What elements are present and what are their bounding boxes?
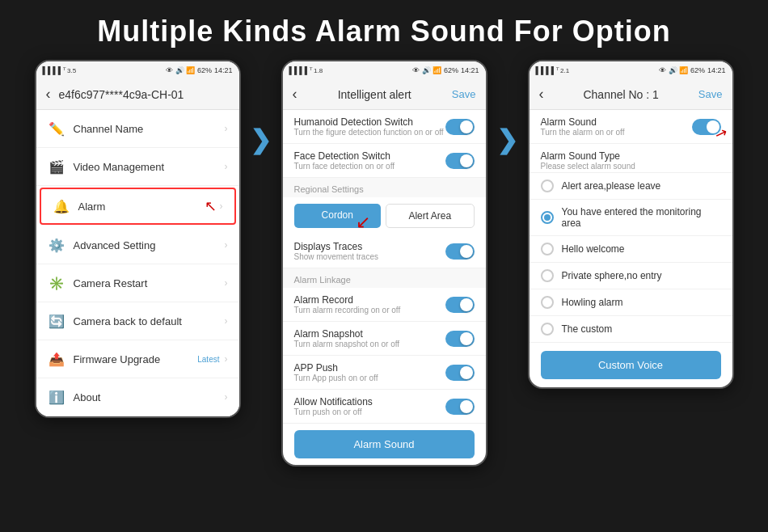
custom-voice-btn[interactable]: Custom Voice: [541, 351, 721, 379]
about-chevron: ›: [225, 391, 228, 403]
phone1-time: 14:21: [214, 66, 233, 74]
menu-item-alarm[interactable]: 🔔 Alarm ↖ ›: [40, 188, 236, 225]
arrow2: ❯: [487, 125, 528, 155]
phone3-content: Alarm Sound Turn the alarm on or off ↗ A…: [530, 110, 732, 387]
camera-restart-icon: ✳️: [48, 274, 65, 292]
menu-item-about[interactable]: ℹ️ About ›: [36, 378, 239, 416]
phone2-signal: ▌▌▌▌ᵀ: [289, 66, 313, 74]
radio-label-4: Howling alarm: [562, 297, 623, 308]
phone1-icons: 👁 🔊 📶 62%: [166, 66, 212, 74]
alarm-sound-type-main: Alarm Sound Type: [541, 150, 721, 162]
face-detection-text: Face Detection Switch Turn face detectio…: [294, 150, 445, 171]
phone2-status-left: ▌▌▌▌ᵀ 1.8: [289, 66, 323, 74]
phone3-back-btn[interactable]: ‹: [539, 86, 544, 103]
radio-label-3: Private sphere,no entry: [562, 270, 662, 281]
displays-traces-main: Displays Traces: [294, 241, 445, 252]
advanced-setting-chevron: ›: [225, 239, 228, 251]
alarm-snapshot-item: Alarm Snapshot Turn alarm snapshot on or…: [283, 322, 486, 356]
displays-traces-text: Displays Traces Show movement traces: [294, 241, 445, 261]
page-title: Multiple Kinds Alarm Sound For Option: [0, 0, 768, 60]
humanoid-detection-toggle[interactable]: [445, 119, 475, 135]
phone2-network: 1.8: [314, 67, 323, 74]
arrow2-icon: ❯: [496, 125, 518, 155]
channel-name-icon: ✏️: [48, 120, 65, 137]
radio-circle-2: [541, 243, 554, 255]
phone1-header: ‹ e4f6c977****4c9a-CH-01: [36, 79, 239, 110]
phone3-status-bar: ▌▌▌▌ᵀ 2.1 👁 🔊 📶 62% 14:21: [530, 61, 732, 79]
radio-circle-4: [541, 296, 554, 309]
alert-area-btn[interactable]: Alert Area: [386, 204, 475, 228]
radio-option-2[interactable]: Hello welcome: [530, 236, 732, 263]
phone2: ▌▌▌▌ᵀ 1.8 👁 🔊 📶 62% 14:21 ‹ Intelligent …: [281, 60, 487, 467]
about-icon: ℹ️: [48, 388, 65, 406]
allow-notifications-text: Allow Notifications Turn push on or off: [294, 396, 445, 416]
radio-option-0[interactable]: Alert area,please leave: [530, 173, 732, 200]
allow-notifications-main: Allow Notifications: [294, 396, 445, 407]
phone3-status-right: 👁 🔊 📶 62% 14:21: [659, 66, 725, 74]
alarm-snapshot-sub: Turn alarm snapshot on or off: [294, 340, 445, 348]
phone3-save-btn[interactable]: Save: [698, 88, 723, 100]
phone3-title: Channel No : 1: [583, 88, 658, 101]
radio-label-5: The custom: [562, 323, 613, 335]
camera-restart-label: Camera Restart: [74, 277, 225, 289]
displays-traces-toggle[interactable]: [445, 243, 475, 260]
phone1-device-title: e4f6c977****4c9a-CH-01: [59, 88, 184, 101]
menu-item-advanced-setting[interactable]: ⚙️ Advanced Setting ›: [36, 226, 239, 264]
radio-label-2: Hello welcome: [562, 243, 625, 255]
humanoid-detection-text: Humanoid Detection Switch Turn the figur…: [294, 116, 445, 137]
menu-item-camera-restart[interactable]: ✳️ Camera Restart ›: [36, 264, 239, 302]
radio-option-4[interactable]: Howling alarm: [530, 289, 732, 316]
cordon-red-arrow: ↙: [356, 212, 370, 233]
app-push-main: APP Push: [294, 362, 445, 374]
phone1-back-btn[interactable]: ‹: [46, 86, 51, 103]
arrow1-icon: ❯: [250, 125, 272, 155]
phone2-time: 14:21: [461, 66, 479, 74]
camera-default-icon: 🔄: [48, 312, 65, 330]
phone2-icons: 👁 🔊 📶 62%: [412, 66, 458, 74]
menu-item-channel-name[interactable]: ✏️ Channel Name ›: [36, 110, 239, 148]
phone3-header: ‹ Channel No : 1 Save: [530, 79, 732, 110]
advanced-setting-label: Advanced Setting: [74, 239, 225, 251]
phone3-alarm-sound-item: Alarm Sound Turn the alarm on or off ↗: [530, 110, 732, 144]
menu-item-firmware[interactable]: 📤 Firmware Upgrade Latest ›: [36, 340, 239, 378]
face-detection-toggle[interactable]: [445, 153, 475, 169]
alarm-icon: 🔔: [53, 197, 70, 215]
allow-notifications-sub: Turn push on or off: [294, 407, 445, 416]
camera-default-label: Camera back to default: [74, 315, 225, 327]
phone3: ▌▌▌▌ᵀ 2.1 👁 🔊 📶 62% 14:21 ‹ Channel No :…: [528, 60, 734, 389]
alarm-label: Alarm: [78, 201, 205, 213]
alarm-snapshot-toggle[interactable]: [445, 331, 475, 347]
channel-name-label: Channel Name: [74, 123, 225, 135]
radio-option-1[interactable]: You have entered the monitoring area: [530, 200, 732, 236]
phone3-status-left: ▌▌▌▌ᵀ 2.1: [536, 66, 570, 74]
arrow1: ❯: [241, 125, 281, 155]
radio-circle-1: [541, 211, 554, 224]
alarm-snapshot-main: Alarm Snapshot: [294, 328, 445, 340]
radio-circle-3: [541, 269, 554, 282]
phone2-back-btn[interactable]: ‹: [293, 86, 297, 103]
phone2-save-btn[interactable]: Save: [452, 88, 476, 100]
menu-item-video-management[interactable]: 🎬 Video Management ›: [36, 148, 239, 186]
radio-option-3[interactable]: Private sphere,no entry: [530, 263, 732, 289]
alarm-sound-btn[interactable]: Alarm Sound: [294, 430, 475, 458]
video-management-label: Video Management: [74, 161, 225, 173]
menu-item-camera-default[interactable]: 🔄 Camera back to default ›: [36, 302, 239, 340]
radio-option-5[interactable]: The custom: [530, 316, 732, 343]
channel-name-chevron: ›: [225, 123, 228, 134]
app-push-toggle[interactable]: [445, 365, 475, 381]
alarm-record-main: Alarm Record: [294, 294, 445, 306]
phone1-status-right: 👁 🔊 📶 62% 14:21: [166, 66, 232, 74]
advanced-setting-icon: ⚙️: [48, 236, 65, 254]
alarm-sound-type-sub: Please select alarm sound: [541, 162, 721, 171]
video-management-chevron: ›: [225, 161, 228, 172]
radio-circle-5: [541, 323, 554, 336]
firmware-icon: 📤: [48, 350, 65, 368]
humanoid-detection-main: Humanoid Detection Switch: [294, 116, 445, 128]
alarm-record-toggle[interactable]: [445, 297, 475, 313]
phone3-alarm-sound-text: Alarm Sound Turn the alarm on or off: [541, 116, 692, 137]
phone2-status-right: 👁 🔊 📶 62% 14:21: [412, 66, 479, 74]
camera-default-chevron: ›: [225, 315, 228, 327]
phone1: ▌▌▌▌ᵀ 3.5 👁 🔊 📶 62% 14:21 ‹ e4f6c977****…: [35, 60, 241, 418]
allow-notifications-toggle[interactable]: [445, 399, 475, 415]
alarm-linkage-label: Alarm Linkage: [283, 268, 486, 288]
